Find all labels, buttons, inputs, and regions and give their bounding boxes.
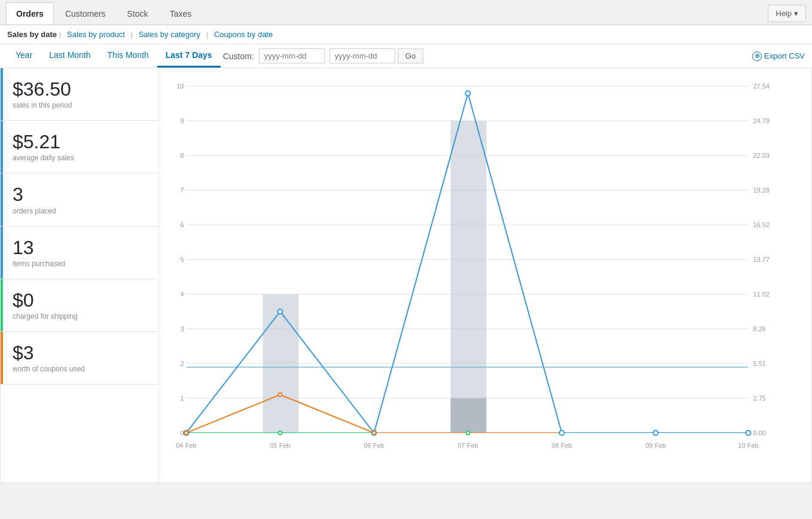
yr-label-5: 13.77: [753, 256, 770, 263]
sep2: |: [130, 30, 135, 39]
stat-shipping-value: $0: [13, 290, 146, 311]
y-label-7: 7: [180, 187, 184, 194]
export-csv-button[interactable]: ⊕ Export CSV: [752, 45, 805, 67]
stat-orders: 3 orders placed: [1, 173, 158, 226]
period-tab-year[interactable]: Year: [7, 44, 41, 68]
y-label-9: 9: [180, 117, 184, 124]
stat-sales-label: sales in this period: [13, 101, 146, 109]
y-label-1: 1: [180, 395, 184, 402]
y-label-0: 0: [180, 429, 184, 436]
stat-bar-green: [1, 279, 3, 331]
x-label-6: 10 Feb: [738, 442, 758, 449]
blue-dot-1: [278, 309, 283, 314]
period-tab-this-month[interactable]: This Month: [99, 44, 157, 68]
stat-bar-orange: [1, 332, 3, 384]
bar-07feb-dark: [451, 398, 487, 433]
yr-label-10: 27.54: [753, 83, 770, 90]
sep1: |: [59, 30, 63, 39]
stat-bar-blue: [1, 68, 3, 120]
y-label-8: 8: [180, 152, 184, 159]
period-bar: Year Last Month This Month Last 7 Days C…: [0, 44, 812, 68]
x-label-0: 04 Feb: [176, 442, 196, 449]
x-label-5: 09 Feb: [645, 442, 666, 449]
stat-orders-value: 3: [13, 184, 146, 205]
stat-items-value: 13: [13, 237, 146, 258]
yr-label-0: 0.00: [753, 429, 766, 436]
x-label-4: 08 Feb: [551, 442, 572, 449]
y-label-6: 6: [180, 221, 184, 228]
x-label-1: 05 Feb: [270, 442, 290, 449]
tab-customers[interactable]: Customers: [55, 2, 116, 25]
yr-label-1: 2.75: [753, 395, 766, 402]
go-button[interactable]: Go: [398, 48, 423, 63]
yr-label-2: 5.51: [753, 360, 766, 367]
bar-07feb-light: [451, 121, 487, 398]
green-dot-1: [279, 431, 282, 435]
yr-label-4: 11.02: [753, 291, 770, 298]
orange-dot-1: [279, 393, 282, 396]
yr-label-8: 22.03: [753, 152, 770, 159]
orange-dot-0: [185, 431, 188, 435]
stat-orders-label: orders placed: [13, 207, 146, 215]
y-label-3: 3: [180, 325, 184, 332]
stat-bar-blue2: [1, 121, 3, 173]
help-button[interactable]: Help ▾: [768, 5, 806, 22]
bar-05feb: [263, 294, 299, 433]
main-content: $36.50 sales in this period $5.21 averag…: [0, 68, 812, 483]
chart-area: 0 1 2 3 4 5 6 7 8 9 10 0.00 2.75 5.51 8.…: [159, 68, 811, 483]
stats-sidebar: $36.50 sales in this period $5.21 averag…: [1, 68, 159, 483]
stat-coupons-value: $3: [13, 343, 146, 364]
stat-bar-blue3: [1, 173, 3, 225]
sub-nav-sales-by-category[interactable]: Sales by category: [139, 30, 200, 39]
stat-avg-sales: $5.21 average daily sales: [1, 121, 158, 173]
yr-label-9: 24.79: [753, 117, 770, 124]
stat-coupons: $3 worth of coupons used: [1, 332, 158, 384]
y-label-2: 2: [180, 360, 184, 367]
yr-label-3: 8.26: [753, 325, 766, 332]
custom-label: Custom:: [221, 45, 257, 67]
period-tab-last-month[interactable]: Last Month: [41, 44, 99, 68]
sub-nav-coupons-by-date[interactable]: Coupons by date: [214, 30, 273, 39]
y-label-5: 5: [180, 256, 184, 263]
stat-avg-sales-label: average daily sales: [13, 154, 146, 162]
blue-dot-3: [466, 91, 471, 96]
period-tab-last-7-days[interactable]: Last 7 Days: [157, 44, 221, 68]
x-label-3: 07 Feb: [457, 442, 478, 449]
sub-nav-sales-by-product[interactable]: Sales by product: [67, 30, 125, 39]
stat-items-label: items purchased: [13, 260, 146, 268]
tab-orders[interactable]: Orders: [6, 2, 54, 25]
yr-label-6: 16.52: [753, 221, 770, 228]
stat-avg-sales-value: $5.21: [13, 132, 146, 152]
sub-nav-active: Sales by date: [7, 30, 57, 39]
y-label-4: 4: [180, 291, 184, 298]
stat-sales-value: $36.50: [13, 79, 146, 100]
export-icon: ⊕: [752, 51, 762, 61]
tab-stock[interactable]: Stock: [117, 2, 158, 25]
custom-date-end[interactable]: [329, 48, 395, 63]
green-dot-3: [466, 431, 470, 435]
yr-label-7: 19.28: [753, 187, 770, 194]
chevron-down-icon: ▾: [794, 9, 798, 18]
stat-sales: $36.50 sales in this period: [1, 68, 158, 121]
chart-svg: 0 1 2 3 4 5 6 7 8 9 10 0.00 2.75 5.51 8.…: [165, 74, 799, 457]
top-tab-bar: Orders Customers Stock Taxes Help ▾: [0, 0, 812, 25]
stat-coupons-label: worth of coupons used: [13, 365, 146, 373]
blue-dot-6: [746, 431, 751, 435]
sub-nav-bar: Sales by date | Sales by product | Sales…: [0, 25, 812, 44]
custom-date-start[interactable]: [259, 48, 325, 63]
orange-dot-2: [373, 431, 376, 435]
blue-dot-4: [560, 431, 564, 435]
stat-shipping-label: charged for shipping: [13, 312, 146, 320]
sep3: |: [206, 30, 210, 39]
x-label-2: 06 Feb: [364, 442, 384, 449]
stat-items: 13 items purchased: [1, 227, 158, 279]
stat-shipping: $0 charged for shipping: [1, 279, 158, 332]
tab-taxes[interactable]: Taxes: [160, 2, 202, 25]
y-label-10: 10: [176, 83, 184, 90]
blue-dot-5: [654, 431, 658, 435]
stat-bar-blue4: [1, 227, 3, 279]
